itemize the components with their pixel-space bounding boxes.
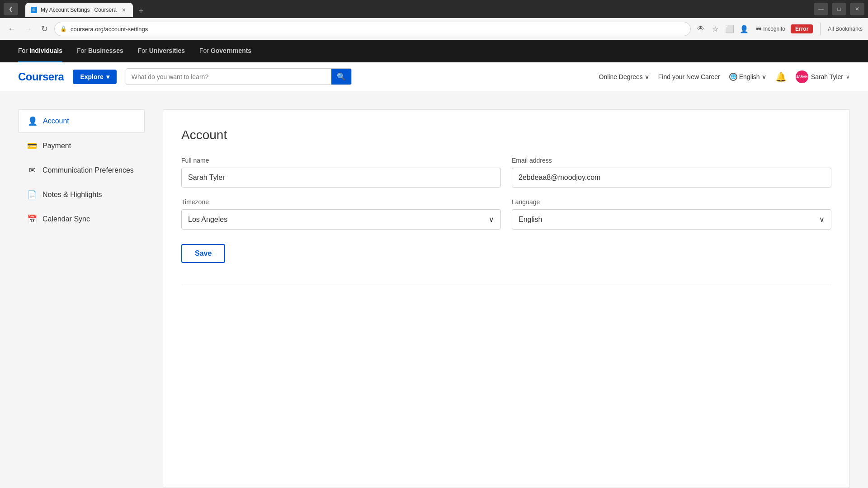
close-window-button[interactable]: ✕: [850, 3, 864, 15]
sidebar: 👤 Account 💳 Payment ✉ Communication Pref…: [18, 109, 145, 488]
language-select[interactable]: English ∨: [512, 209, 831, 230]
email-group: Email address: [512, 157, 831, 188]
tab-favicon: C: [31, 7, 37, 13]
address-text: coursera.org/account-settings: [71, 26, 685, 33]
timezone-label: Timezone: [181, 198, 501, 206]
forward-button[interactable]: →: [22, 23, 34, 35]
globe-icon: 🌐: [729, 73, 737, 81]
nav-actions: 👁 ☆ ⬜ 👤 🕶 Incognito Error: [694, 23, 813, 35]
full-name-input[interactable]: [181, 168, 501, 188]
nav-item-universities[interactable]: For Universities: [138, 40, 185, 62]
full-name-group: Full name: [181, 157, 501, 188]
minimize-button[interactable]: —: [814, 3, 828, 15]
profile-button[interactable]: 👤: [738, 23, 750, 35]
tab-title: My Account Settings | Coursera: [41, 7, 117, 13]
user-avatar: SARAH: [796, 70, 808, 83]
explore-chevron: ▾: [106, 73, 109, 80]
search-bar: 🔍: [126, 68, 352, 85]
account-icon: 👤: [28, 116, 38, 126]
sidebar-item-notes[interactable]: 📄 Notes & Highlights: [18, 183, 145, 206]
account-section-title: Account: [181, 128, 831, 142]
incognito-icon: 🕶: [756, 26, 761, 32]
lang-label: English: [739, 73, 760, 80]
bookmarks-label: All Bookmarks: [828, 26, 863, 32]
online-degrees-chevron: ∨: [645, 73, 649, 80]
site-main-header: Coursera Explore ▾ 🔍 Online Degrees ∨ Fi…: [0, 62, 868, 91]
timezone-value: Los Angeles: [188, 216, 227, 224]
nav-item-businesses[interactable]: For Businesses: [77, 40, 123, 62]
new-career-link[interactable]: Find your New Career: [658, 73, 720, 80]
tab-list-button[interactable]: ❮: [4, 3, 18, 15]
explore-label: Explore: [80, 73, 103, 80]
lock-icon: 🔒: [60, 26, 67, 32]
timezone-select[interactable]: Los Angeles ∨: [181, 209, 501, 230]
nav-item-governments[interactable]: For Governments: [199, 40, 251, 62]
email-input[interactable]: [512, 168, 831, 188]
payment-icon: 💳: [27, 141, 37, 151]
explore-button[interactable]: Explore ▾: [73, 70, 116, 84]
sidebar-notes-label: Notes & Highlights: [42, 191, 102, 199]
header-actions: Online Degrees ∨ Find your New Career 🌐 …: [599, 70, 850, 83]
maximize-button[interactable]: □: [832, 3, 846, 15]
address-bar[interactable]: 🔒 coursera.org/account-settings: [54, 22, 691, 36]
sidebar-payment-label: Payment: [42, 142, 71, 150]
new-tab-button[interactable]: +: [135, 5, 147, 17]
browser-titlebar: ❮ C My Account Settings | Coursera × + —…: [0, 0, 868, 18]
incognito-badge: 🕶 Incognito: [752, 25, 789, 33]
tab-close-button[interactable]: ×: [120, 6, 127, 14]
user-initials: SARAH: [796, 75, 807, 78]
active-tab[interactable]: C My Account Settings | Coursera ×: [25, 3, 133, 17]
back-button[interactable]: ←: [5, 23, 18, 35]
search-button[interactable]: 🔍: [331, 69, 351, 84]
search-icon: 🔍: [337, 73, 346, 80]
sidebar-account-label: Account: [43, 117, 69, 125]
language-group: Language English ∨: [512, 198, 831, 230]
sidebar-item-payment[interactable]: 💳 Payment: [18, 135, 145, 157]
sidebar-item-account[interactable]: 👤 Account: [18, 109, 145, 133]
email-label: Email address: [512, 157, 831, 164]
section-divider: [181, 285, 831, 285]
site-top-nav: For Individuals For Businesses For Unive…: [0, 40, 868, 62]
name-email-row: Full name Email address: [181, 157, 831, 188]
sidebar-calendar-label: Calendar Sync: [42, 215, 90, 223]
refresh-button[interactable]: ↻: [38, 23, 51, 35]
language-chevron: ∨: [819, 215, 825, 224]
nav-item-individuals[interactable]: For Individuals: [18, 40, 62, 62]
online-degrees-label: Online Degrees: [599, 73, 643, 80]
tablet-button[interactable]: ⬜: [723, 23, 736, 35]
user-chevron: ∨: [846, 74, 850, 80]
online-degrees-link[interactable]: Online Degrees ∨: [599, 73, 649, 80]
main-content: 👤 Account 💳 Payment ✉ Communication Pref…: [0, 91, 868, 488]
coursera-logo[interactable]: Coursera: [18, 70, 64, 83]
calendar-icon: 📅: [27, 214, 37, 224]
incognito-label: Incognito: [763, 26, 785, 32]
sidebar-item-calendar[interactable]: 📅 Calendar Sync: [18, 208, 145, 230]
timezone-language-row: Timezone Los Angeles ∨ Language English …: [181, 198, 831, 230]
notifications-bell[interactable]: 🔔: [775, 71, 787, 82]
full-name-label: Full name: [181, 157, 501, 164]
timezone-chevron: ∨: [489, 215, 494, 224]
notes-icon: 📄: [27, 190, 37, 200]
timezone-group: Timezone Los Angeles ∨: [181, 198, 501, 230]
communication-icon: ✉: [27, 165, 37, 175]
error-badge: Error: [791, 24, 813, 33]
eye-icon-button[interactable]: 👁: [694, 23, 707, 35]
bookmark-star-button[interactable]: ☆: [709, 23, 722, 35]
browser-controls: ❮: [4, 3, 18, 15]
lang-chevron: ∨: [762, 73, 766, 80]
language-value: English: [519, 216, 542, 224]
language-selector[interactable]: 🌐 English ∨: [729, 73, 766, 81]
tab-bar: C My Account Settings | Coursera × +: [22, 1, 151, 17]
user-menu[interactable]: SARAH Sarah Tyler ∨: [796, 70, 850, 83]
user-name: Sarah Tyler: [811, 73, 843, 80]
browser-window: ❮ C My Account Settings | Coursera × + —…: [0, 0, 868, 488]
save-button[interactable]: Save: [181, 244, 225, 263]
language-label: Language: [512, 198, 831, 206]
search-input[interactable]: [126, 70, 331, 84]
sidebar-item-communication[interactable]: ✉ Communication Preferences: [18, 159, 145, 182]
account-settings-panel: Account Full name Email address Timezone…: [163, 109, 850, 488]
browser-nav: ← → ↻ 🔒 coursera.org/account-settings 👁 …: [0, 18, 868, 40]
sidebar-communication-label: Communication Preferences: [42, 166, 134, 174]
new-career-label: Find your New Career: [658, 73, 720, 80]
